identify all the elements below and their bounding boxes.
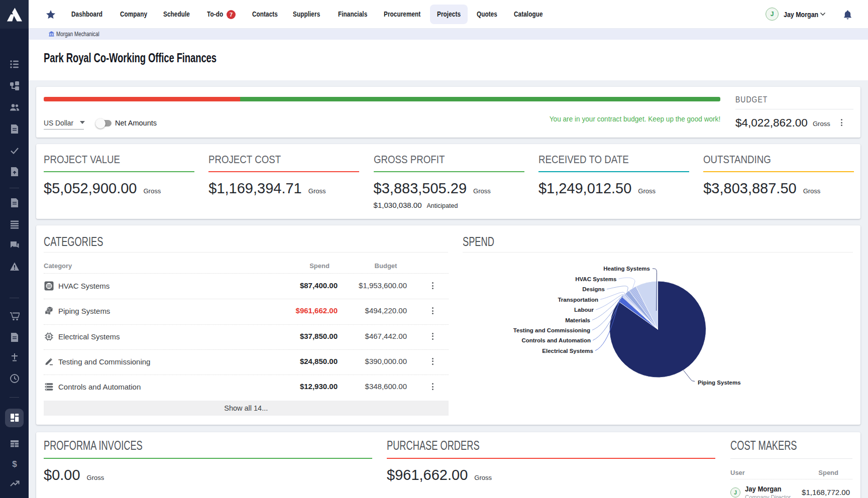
svg-text:Heating Systems: Heating Systems [603,266,650,272]
svg-text:Controls and Automation: Controls and Automation [521,337,591,343]
svg-text:Piping Systems: Piping Systems [698,380,741,386]
svg-text:HVAC Systems: HVAC Systems [575,276,616,282]
svg-text:Electrical Systems: Electrical Systems [542,348,593,354]
svg-text:Transportation: Transportation [558,297,598,303]
svg-text:Testing and Commissioning: Testing and Commissioning [513,327,590,333]
svg-text:Designs: Designs [582,286,605,292]
svg-text:Materials: Materials [565,317,590,323]
svg-text:Labour: Labour [574,307,594,313]
svg-text:$: $ [12,459,17,469]
